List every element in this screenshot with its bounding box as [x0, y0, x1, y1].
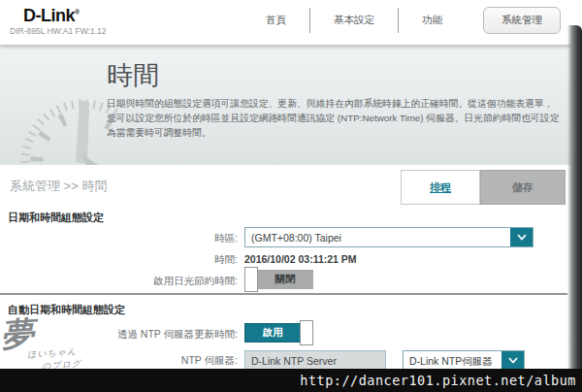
timezone-label: 時區:	[0, 232, 238, 245]
chevron-down-icon[interactable]	[501, 351, 524, 370]
chevron-down-icon[interactable]	[510, 228, 533, 246]
top-header: D-Link® DIR-895L HW:A1 FW:1.12 首頁 基本設定 功…	[0, 0, 582, 46]
trademark-mark: ®	[75, 9, 80, 16]
page-description: 日期與時間的組態設定選項可讓您設定、更新、與維持在內部系統時鐘上的正確時間。從這…	[107, 96, 561, 141]
breadcrumb: 系統管理 >> 時間	[10, 178, 107, 195]
ntp-update-toggle[interactable]: 啟用	[244, 320, 313, 345]
toolbar: 系統管理 >> 時間 排程 儲存	[0, 165, 582, 206]
nav-tab-home[interactable]: 首頁	[242, 8, 309, 33]
section-title-auto-datetime: 自動日期和時間組態設定	[8, 303, 125, 317]
main-nav: 首頁 基本設定 功能 系統管理	[242, 8, 561, 33]
device-model-firmware: DIR-895L HW:A1 FW:1.12	[10, 26, 107, 36]
dlink-logo: D-Link®	[23, 6, 80, 26]
daylight-saving-toggle-label: 關閉	[257, 270, 313, 289]
dlink-logo-text: D-Link	[23, 6, 75, 25]
router-admin-page: D-Link® DIR-895L HW:A1 FW:1.12 首頁 基本設定 功…	[0, 0, 582, 392]
ntp-update-toggle-label: 啟用	[244, 323, 301, 343]
toggle-knob	[300, 320, 313, 345]
current-time-value: 2016/10/02 03:11:21 PM	[244, 253, 357, 265]
schedule-button-label: 排程	[430, 180, 451, 195]
source-url: http://dancer101.pixnet.net/album	[300, 373, 582, 388]
time-label: 時間:	[0, 253, 238, 267]
ntp-server-select[interactable]: D-Link NTP伺服器	[403, 350, 525, 371]
nav-tab-features[interactable]: 功能	[398, 8, 466, 33]
ntp-server-input[interactable]	[244, 350, 386, 371]
section-title-datetime: 日期和時間組態設定	[8, 211, 104, 225]
nav-tab-basic-settings[interactable]: 基本設定	[309, 8, 398, 33]
toggle-knob	[244, 267, 258, 292]
ntp-server-label: NTP 伺服器:	[0, 354, 238, 368]
ntp-update-label: 透過 NTP 伺服器更新時間:	[0, 328, 238, 342]
clock-icon	[6, 65, 118, 165]
save-button-label: 儲存	[512, 180, 534, 195]
timezone-select[interactable]: (GMT+08:00) Taipei	[244, 227, 534, 247]
screen-edge-shadow	[567, 25, 582, 369]
daylight-saving-toggle[interactable]: 關閉	[244, 267, 313, 292]
daylight-saving-label: 啟用日光節約時間:	[0, 275, 238, 288]
page-title: 時間	[107, 58, 159, 93]
section-divider	[0, 293, 567, 295]
nav-tab-management[interactable]: 系統管理	[483, 7, 561, 34]
schedule-button[interactable]: 排程	[401, 170, 480, 205]
save-button[interactable]: 儲存	[480, 170, 566, 205]
page-hero: 時間 日期與時間的組態設定選項可讓您設定、更新、與維持在內部系統時鐘上的正確時間…	[0, 46, 582, 165]
timezone-selected-value: (GMT+08:00) Taipei	[245, 228, 510, 246]
footer-bar: http://dancer101.pixnet.net/album	[0, 369, 582, 392]
ntp-server-selected-value: D-Link NTP伺服器	[404, 351, 501, 370]
